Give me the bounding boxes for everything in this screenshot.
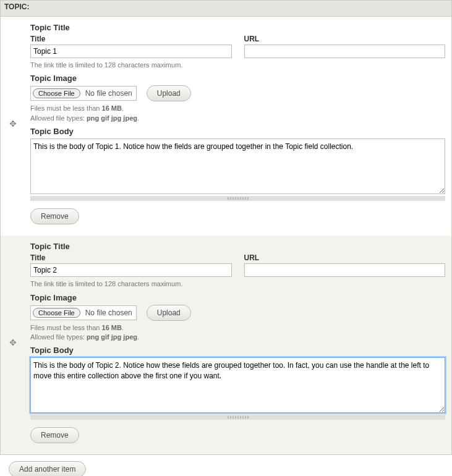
title-label: Title	[30, 253, 232, 262]
drag-handle-icon[interactable]: ✥	[9, 119, 17, 128]
file-status: No file chosen	[85, 89, 132, 98]
upload-button[interactable]: Upload	[147, 305, 191, 321]
title-input[interactable]	[30, 45, 232, 58]
topic-title-group-label: Topic Title	[30, 23, 445, 32]
topic-item: ✥ Topic Title Title URL The link title i…	[1, 17, 451, 236]
add-item-button[interactable]: Add another item	[9, 461, 86, 476]
body-textarea[interactable]	[30, 138, 445, 194]
resize-grip[interactable]	[30, 415, 445, 420]
file-status: No file chosen	[85, 308, 132, 317]
topic-body-group-label: Topic Body	[30, 346, 445, 355]
section-body: ✥ Topic Title Title URL The link title i…	[0, 17, 452, 455]
title-hint: The link title is limited to 128 charact…	[30, 279, 445, 289]
title-input[interactable]	[30, 263, 232, 277]
body-textarea[interactable]	[30, 357, 445, 413]
file-input[interactable]: Choose File No file chosen	[30, 86, 137, 101]
remove-button[interactable]: Remove	[30, 208, 79, 224]
section-label: TOPIC:	[4, 2, 29, 11]
topic-image-group-label: Topic Image	[30, 74, 445, 83]
remove-button[interactable]: Remove	[30, 427, 79, 443]
footer: Add another item	[0, 455, 452, 476]
url-label: URL	[244, 253, 446, 262]
file-input[interactable]: Choose File No file chosen	[30, 305, 137, 320]
url-input[interactable]	[244, 263, 446, 277]
topic-item: ✥ Topic Title Title URL The link title i…	[1, 236, 451, 454]
file-hint: Files must be less than 16 MB. Allowed f…	[30, 104, 445, 123]
topic-image-group-label: Topic Image	[30, 293, 445, 302]
topic-form: Topic Title Title URL The link title is …	[25, 23, 445, 224]
drag-column: ✥	[1, 119, 25, 128]
topic-title-group-label: Topic Title	[30, 242, 445, 251]
drag-handle-icon[interactable]: ✥	[9, 338, 17, 347]
file-hint: Files must be less than 16 MB. Allowed f…	[30, 323, 445, 342]
url-label: URL	[244, 35, 446, 43]
choose-file-button[interactable]: Choose File	[33, 88, 80, 98]
topic-form: Topic Title Title URL The link title is …	[25, 242, 445, 443]
section-header: TOPIC:	[0, 0, 452, 17]
title-hint: The link title is limited to 128 charact…	[30, 61, 445, 70]
url-input[interactable]	[244, 45, 446, 58]
resize-grip[interactable]	[30, 196, 445, 201]
drag-column: ✥	[1, 338, 25, 347]
topic-body-group-label: Topic Body	[30, 127, 445, 136]
choose-file-button[interactable]: Choose File	[33, 308, 80, 318]
upload-button[interactable]: Upload	[147, 85, 191, 101]
title-label: Title	[30, 35, 232, 43]
